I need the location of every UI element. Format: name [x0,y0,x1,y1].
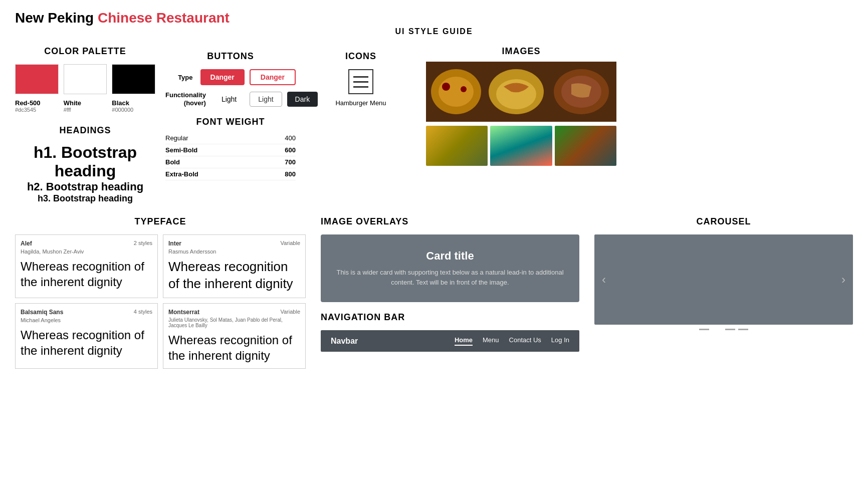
hamburger-line-1 [353,76,368,78]
center-bottom: IMAGE OVERLAYS Card title This is a wide… [321,216,579,369]
typeface-author-balsamiq: Michael Angeles [21,317,152,323]
font-weight-list: Regular 400 Semi-Bold 600 Bold 700 Extra… [165,132,296,180]
small-food-image-3 [555,126,616,166]
danger-outline-button[interactable]: Danger [250,69,296,85]
nav-link-home[interactable]: Home [455,336,473,346]
color-hex-black: #000000 [112,107,155,113]
overlay-card-title: Card title [331,250,569,263]
header: New Peking Chinese Restaurant UI STYLE G… [15,10,853,36]
light-outline-button[interactable]: Light [250,92,282,107]
overlay-card: Card title This is a wider card with sup… [321,234,579,302]
images-title: IMAGES [426,46,616,57]
main-food-image [426,62,616,122]
headings-title: HEADINGS [15,125,155,136]
overlays-section: IMAGE OVERLAYS Card title This is a wide… [321,216,579,302]
navbar-links: Home Menu Contact Us Log In [455,336,569,346]
color-info-group: Red-500 #dc3545 White #fff Black #000000 [15,99,155,113]
icons-title: ICONS [306,51,416,62]
carousel-box: ‹ › [594,234,853,325]
color-swatches [15,64,155,94]
color-hex-red: #dc3545 [15,107,59,113]
fw-semibold: Semi-Bold 600 [165,144,296,156]
hamburger-label: Hamburger Menu [306,99,416,107]
typeface-author-alef: Hagilda, Mushon Zer-Aviv [21,249,152,255]
carousel-title: CAROUSEL [594,216,853,227]
typeface-card-alef: Alef 2 styles Hagilda, Mushon Zer-Aviv W… [15,234,158,298]
typeface-author-inter: Rasmus Andersson [168,249,300,255]
nav-link-login[interactable]: Log In [551,336,569,346]
small-food-image-1 [426,126,488,166]
hamburger-line-3 [353,86,368,88]
page-subtitle: UI STYLE GUIDE [15,27,853,36]
food-collage-image [426,62,616,122]
color-swatch-white [64,64,107,94]
typeface-name-balsamiq: Balsamiq Sans [21,309,63,316]
carousel-prev-button[interactable]: ‹ [602,273,606,287]
carousel-next-button[interactable]: › [841,273,845,287]
type-label: Type [165,74,200,81]
color-swatch-black [112,64,155,94]
typeface-name-montserrat: Montserrat [168,309,199,316]
h1-demo: h1. Bootstrap heading [15,143,155,180]
typeface-styles-alef: 2 styles [134,240,152,247]
svg-rect-9 [426,62,616,122]
headings-demo: h1. Bootstrap heading h2. Bootstrap head… [15,143,155,204]
typeface-name-alef: Alef [21,240,32,247]
color-info-black: Black #000000 [112,99,155,113]
functionality-label: Functionality (hover) [165,91,213,107]
hamburger-icon [348,69,373,94]
typeface-sample-balsamiq: Whereas recognition of the inherent dign… [21,327,152,358]
button-type-row: Type Danger Danger [165,69,296,85]
color-info-white: White #fff [64,99,107,113]
h3-demo: h3. Bootstrap heading [15,193,155,204]
carousel-dots [594,329,853,330]
typeface-sample-alef: Whereas recognition of the inherent dign… [21,259,152,290]
light-plain-button[interactable]: Light [213,92,245,107]
nav-link-menu[interactable]: Menu [483,336,499,346]
brand-name-red: Chinese Restaurant [98,10,230,26]
fw-bold: Bold 700 [165,156,296,168]
typeface-section: TYPEFACE Alef 2 styles Hagilda, Mushon Z… [15,216,306,369]
h2-demo: h2. Bootstrap heading [15,180,155,193]
navbar-demo: Navbar Home Menu Contact Us Log In [321,330,579,352]
typeface-card-montserrat: Montserrat Variable Julieta Ulanovsky, S… [163,303,306,369]
color-name-red: Red-500 [15,99,59,107]
typeface-card-inter: Inter Variable Rasmus Andersson Whereas … [163,234,306,298]
navbar-title: NAVIGATION BAR [321,312,579,323]
color-palette-title: COLOR PALETTE [15,46,155,57]
overlays-title: IMAGE OVERLAYS [321,216,579,227]
button-functionality-row: Functionality (hover) Light Light Dark [165,91,296,107]
typeface-title: TYPEFACE [15,216,306,227]
carousel-dot-2[interactable] [712,329,722,330]
brand-name-black: New Peking [15,10,94,26]
buttons-title: BUTTONS [165,51,296,62]
fw-regular: Regular 400 [165,132,296,144]
typeface-author-montserrat: Julieta Ulanovsky, Sol Matas, Juan Pablo… [168,317,300,328]
font-weight-title: FONT WEIGHT [165,117,296,127]
hamburger-line-2 [353,81,368,83]
nav-link-contact[interactable]: Contact Us [509,336,541,346]
carousel-dot-4[interactable] [738,329,748,330]
typeface-styles-montserrat: Variable [280,309,300,316]
overlay-card-text: This is a wider card with supporting tex… [331,268,569,287]
typeface-styles-balsamiq: 4 styles [134,309,152,316]
carousel-dot-1[interactable] [699,329,709,330]
typeface-card-balsamiq: Balsamiq Sans 4 styles Michael Angeles W… [15,303,158,369]
small-food-images [426,126,616,166]
color-name-black: Black [112,99,155,107]
typeface-sample-inter: Whereas recognition of the inherent dign… [168,259,300,293]
carousel-section: CAROUSEL ‹ › [594,216,853,369]
typeface-sample-montserrat: Whereas recognition of the inherent dign… [168,332,300,363]
color-name-white: White [64,99,107,107]
color-swatch-red [15,64,59,94]
navbar-section: NAVIGATION BAR Navbar Home Menu Contact … [321,312,579,352]
typeface-styles-inter: Variable [280,240,300,247]
carousel-dot-3[interactable] [725,329,735,330]
typeface-grid: Alef 2 styles Hagilda, Mushon Zer-Aviv W… [15,234,306,369]
fw-extrabold: Extra-Bold 800 [165,168,296,180]
small-food-image-2 [490,126,552,166]
typeface-name-inter: Inter [168,240,181,247]
color-info-red: Red-500 #dc3545 [15,99,59,113]
danger-filled-button[interactable]: Danger [200,69,245,85]
color-hex-white: #fff [64,107,107,113]
